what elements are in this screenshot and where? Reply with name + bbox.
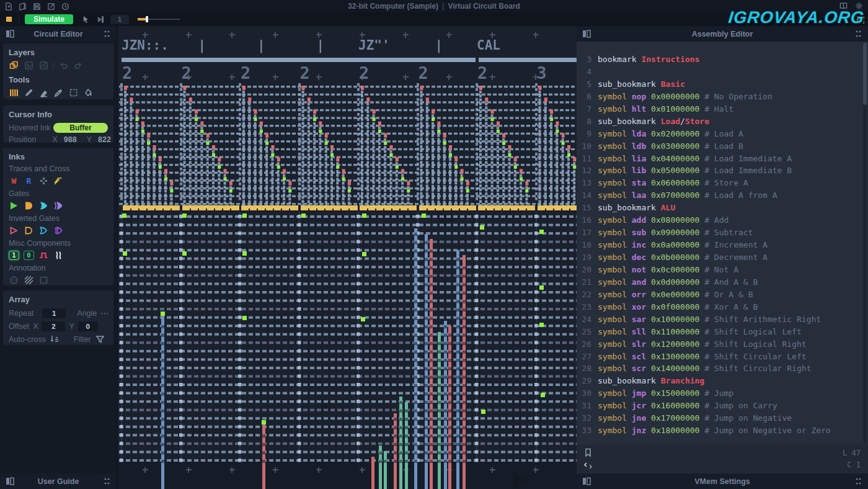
annotation-box-icon[interactable] xyxy=(38,275,49,285)
asm-line[interactable]: 19symbol dec 0x0b000000 # Decrement A xyxy=(577,251,868,264)
nand-gate-icon[interactable] xyxy=(24,225,34,236)
asm-line[interactable]: 24symbol sar 0x10000000 # Shift Arithmet… xyxy=(577,313,868,326)
asm-line[interactable]: 6symbol nop 0x00000000 # No Operation xyxy=(577,91,868,103)
nor-gate-icon[interactable] xyxy=(38,225,49,236)
buffer-gate-icon[interactable] xyxy=(9,200,19,211)
random-icon[interactable] xyxy=(53,250,64,261)
simulate-button[interactable]: Simulate xyxy=(25,14,73,24)
asm-line[interactable]: 28symbol scr 0x14000000 # Shift Circular… xyxy=(577,362,868,375)
dock-panel-icon[interactable] xyxy=(5,29,15,38)
assembly-editor-header[interactable]: Assembly Editor xyxy=(577,26,868,42)
scrollbar-thumb[interactable] xyxy=(863,43,867,105)
asm-line[interactable]: 30symbol jmp 0x15000000 # Jump xyxy=(577,387,868,400)
virtual-pin-icon[interactable] xyxy=(9,275,19,285)
xor-gate-icon[interactable] xyxy=(53,200,64,211)
asm-line[interactable]: 15sub_bookmark ALU xyxy=(577,202,868,214)
panel-title: Circuit Editor xyxy=(33,30,82,38)
or-gate-icon[interactable] xyxy=(38,200,49,211)
asm-line[interactable]: 12symbol lib 0x05000000 # Load Immediate… xyxy=(577,164,868,177)
filter-icon[interactable] xyxy=(95,334,105,344)
layer-circuit-icon[interactable] xyxy=(9,60,19,71)
asm-line[interactable]: 17symbol sub 0x09000000 # Subtract xyxy=(577,227,868,239)
step-forward-icon[interactable] xyxy=(96,16,104,24)
dock-panel-icon[interactable] xyxy=(582,29,591,38)
cursor-info-title: Cursor Info xyxy=(9,110,108,119)
resize-panel-icon[interactable] xyxy=(853,477,863,486)
bookmark-icon[interactable] xyxy=(583,447,593,458)
asm-line[interactable]: 14symbol laa 0x07000000 # Load A from A xyxy=(577,189,868,202)
asm-line[interactable]: 4 xyxy=(577,66,868,78)
assembly-code[interactable]: 3bookmark Instructions45sub_bookmark Bas… xyxy=(577,42,868,444)
asm-line[interactable]: 20symbol not 0x0c000000 # Not A xyxy=(577,264,868,276)
asm-line[interactable]: 32symbol jne 0x17000000 # Jump on Negati… xyxy=(577,412,868,424)
asm-line[interactable]: 9symbol lda 0x02000000 # Load A xyxy=(577,128,868,140)
filler-icon[interactable] xyxy=(24,275,34,285)
autocross-label: Auto-cross xyxy=(9,335,46,344)
circuit-canvas[interactable] xyxy=(117,26,577,489)
asm-line[interactable]: 26symbol slr 0x12000000 # Shift Logical … xyxy=(577,338,868,351)
pencil-tool-icon[interactable] xyxy=(24,87,34,98)
latch-off-icon[interactable]: 0 xyxy=(24,251,34,260)
asm-line[interactable]: 16symbol add 0x08000000 # Add xyxy=(577,214,868,227)
pos-x-value: 988 xyxy=(64,135,77,144)
asm-line[interactable]: 29sub_bookmark Branching xyxy=(577,375,868,387)
asm-line[interactable]: 7symbol hlt 0x01000000 # Halt xyxy=(577,103,868,115)
asm-line[interactable]: 33symbol jnz 0x18000000 # Jump on Negati… xyxy=(577,424,868,437)
eraser-tool-icon[interactable] xyxy=(38,87,49,98)
not-gate-icon[interactable] xyxy=(9,225,19,236)
undo-icon[interactable] xyxy=(58,60,69,71)
asm-line[interactable]: 23symbol xor 0x0f000000 # Xor A & B xyxy=(577,301,868,313)
swap-arrows-icon[interactable] xyxy=(583,460,593,471)
tools-label: Tools xyxy=(9,75,108,84)
resize-panel-icon[interactable] xyxy=(853,29,863,38)
and-gate-icon[interactable] xyxy=(24,200,34,211)
simulation-speed-slider[interactable] xyxy=(138,16,180,22)
picker-tool-icon[interactable] xyxy=(53,87,64,98)
autocross-toggle-icon[interactable] xyxy=(50,334,60,344)
vmem-settings-header[interactable]: VMem Settings xyxy=(577,473,868,489)
asm-line[interactable]: 22symbol orr 0x0e000000 # Or A & B xyxy=(577,289,868,301)
circuit-board-viewport[interactable] xyxy=(117,26,577,489)
window-frame-icon[interactable] xyxy=(4,16,13,24)
dock-panel-icon[interactable] xyxy=(582,477,591,486)
xnor-gate-icon[interactable] xyxy=(53,225,64,236)
latch-on-icon[interactable]: 1 xyxy=(9,251,19,260)
write-ink-icon[interactable]: W xyxy=(9,176,19,186)
asm-line[interactable]: 5sub_bookmark Basic xyxy=(577,78,868,91)
trace-tool-icon[interactable] xyxy=(9,87,19,98)
asm-line[interactable]: 18symbol inc 0x0a000000 # Increment A xyxy=(577,239,868,251)
offset-x-label: X xyxy=(33,322,38,331)
offset-x-field[interactable]: 2 xyxy=(42,321,65,331)
asm-line[interactable]: 27symbol scl 0x13000000 # Shift Circular… xyxy=(577,351,868,363)
mesh-ink-icon[interactable] xyxy=(53,176,64,186)
asm-line[interactable]: 21symbol and 0x0d000000 # And A & B xyxy=(577,276,868,289)
step-count-field[interactable]: 1 xyxy=(110,15,129,24)
read-ink-icon[interactable]: R xyxy=(24,176,34,186)
dock-panel-icon[interactable] xyxy=(5,477,15,486)
layer-off-icon[interactable] xyxy=(38,60,49,71)
asm-line[interactable]: 13symbol sta 0x06000000 # Store A xyxy=(577,177,868,189)
layer-on-icon[interactable] xyxy=(24,60,34,71)
redo-icon[interactable] xyxy=(73,60,84,71)
annotation-label: Annotation xyxy=(9,264,108,272)
user-guide-header[interactable]: User Guide xyxy=(0,473,117,489)
circuit-editor-header[interactable]: Circuit Editor xyxy=(0,26,117,42)
offset-label: Offset xyxy=(9,322,29,331)
cross-ink-icon[interactable] xyxy=(38,176,49,186)
resize-panel-icon[interactable] xyxy=(102,477,112,486)
asm-line[interactable]: 8sub_bookmark Load/Store xyxy=(577,115,868,128)
asm-line[interactable]: 25symbol sll 0x11000000 # Shift Logical … xyxy=(577,326,868,338)
select-tool-icon[interactable] xyxy=(68,87,79,98)
cursor-pointer-icon[interactable] xyxy=(82,16,90,24)
fill-tool-icon[interactable] xyxy=(83,87,94,98)
repeat-field[interactable]: 1 xyxy=(42,308,66,318)
asm-line[interactable]: 11symbol lia 0x04000000 # Load Immediate… xyxy=(577,153,868,165)
assembly-scrollbar[interactable] xyxy=(863,43,867,443)
asm-line[interactable]: 10symbol ldb 0x03000000 # Load B xyxy=(577,140,868,153)
offset-y-field[interactable]: 0 xyxy=(78,321,98,331)
asm-line[interactable]: 31symbol jcr 0x16000000 # Jump on Carry xyxy=(577,400,868,412)
resize-panel-icon[interactable] xyxy=(102,29,112,38)
asm-line[interactable]: 3bookmark Instructions xyxy=(577,53,868,66)
angle-more-button[interactable]: ⋯ xyxy=(100,308,109,318)
clock-icon[interactable] xyxy=(38,250,49,261)
